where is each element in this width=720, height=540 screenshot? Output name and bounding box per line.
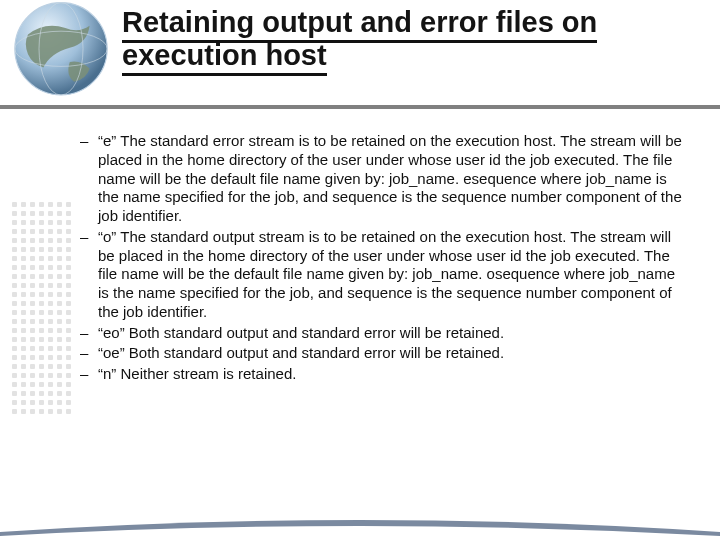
list-item: – “oe” Both standard output and standard… bbox=[80, 344, 690, 363]
title-text: Retaining output and error files on exec… bbox=[122, 6, 597, 76]
divider-bar bbox=[0, 105, 720, 109]
bullet-text: “n” Neither stream is retained. bbox=[98, 365, 690, 384]
bullet-dash: – bbox=[80, 324, 98, 343]
bullet-dash: – bbox=[80, 132, 98, 226]
list-item: – “e” The standard error stream is to be… bbox=[80, 132, 690, 226]
globe-icon bbox=[6, 0, 116, 106]
list-item: – “n” Neither stream is retained. bbox=[80, 365, 690, 384]
bullet-list: – “e” The standard error stream is to be… bbox=[80, 132, 690, 386]
bullet-text: “eo” Both standard output and standard e… bbox=[98, 324, 690, 343]
list-item: – “o” The standard output stream is to b… bbox=[80, 228, 690, 322]
slide-title: Retaining output and error files on exec… bbox=[122, 6, 700, 73]
bullet-text: “oe” Both standard output and standard e… bbox=[98, 344, 690, 363]
footer-curve bbox=[0, 514, 720, 540]
bullet-text: “o” The standard output stream is to be … bbox=[98, 228, 690, 322]
bullet-text: “e” The standard error stream is to be r… bbox=[98, 132, 690, 226]
decorative-grid bbox=[10, 200, 73, 416]
bullet-dash: – bbox=[80, 344, 98, 363]
list-item: – “eo” Both standard output and standard… bbox=[80, 324, 690, 343]
bullet-dash: – bbox=[80, 365, 98, 384]
slide: Retaining output and error files on exec… bbox=[0, 0, 720, 540]
bullet-dash: – bbox=[80, 228, 98, 322]
